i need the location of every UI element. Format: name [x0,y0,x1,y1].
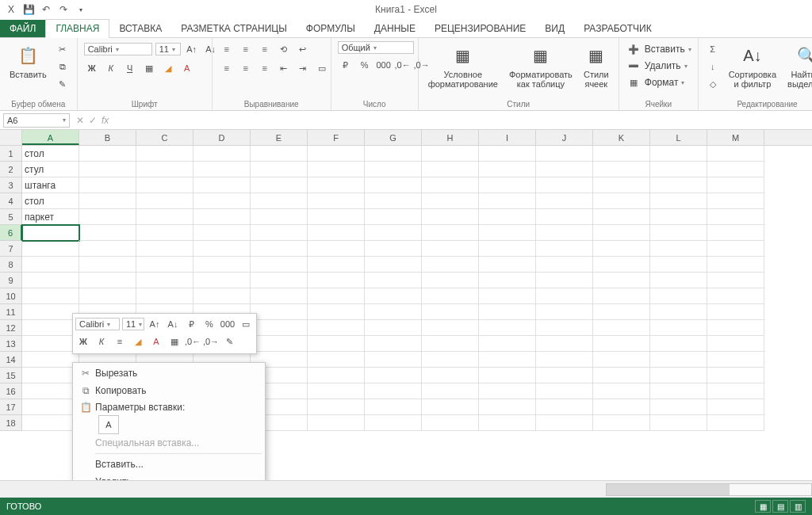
cell-L15[interactable] [650,368,707,383]
page-break-view-icon[interactable]: ▥ [790,500,806,513]
cell-A3[interactable]: штанга [22,177,79,193]
context-menu-item[interactable]: 📋Параметры вставки:A [73,399,265,434]
cell-I4[interactable] [479,193,536,209]
cell-A7[interactable] [22,241,79,257]
cell-A18[interactable] [22,415,79,431]
column-header-J[interactable]: J [536,130,593,145]
cell-B8[interactable] [79,257,136,273]
cell-E3[interactable] [251,177,308,193]
mini-fill-color-icon[interactable]: ◢ [130,334,146,349]
underline-button[interactable]: Ч [122,60,138,76]
cell-D4[interactable] [193,193,251,209]
cell-F2[interactable] [308,162,365,177]
cell-I3[interactable] [479,177,536,193]
cell-L2[interactable] [650,162,707,177]
font-name-combo[interactable]: Calibri▾ [84,43,152,55]
cell-J8[interactable] [536,257,593,273]
cell-I6[interactable] [479,225,536,241]
cell-D1[interactable] [193,146,251,162]
cell-G8[interactable] [365,257,422,273]
mini-merge-icon[interactable]: ▭ [238,316,254,332]
cell-L11[interactable] [650,304,707,320]
cell-D10[interactable] [193,288,251,304]
tab-view[interactable]: ВИД [535,20,574,37]
row-header-1[interactable]: 1 [0,146,22,162]
currency-icon[interactable]: ₽ [338,57,354,73]
column-header-B[interactable]: B [79,130,136,145]
cell-F14[interactable] [308,352,365,368]
cell-E13[interactable] [251,336,308,352]
cell-H8[interactable] [422,257,479,273]
italic-button[interactable]: К [103,60,119,76]
cell-I8[interactable] [479,257,536,273]
align-right-icon[interactable]: ≡ [257,60,273,76]
row-header-9[interactable]: 9 [0,273,22,288]
customize-qat-icon[interactable]: ▾ [75,3,87,16]
cell-K10[interactable] [593,288,650,304]
cell-L14[interactable] [650,352,707,368]
cell-M8[interactable] [707,257,764,273]
cell-E2[interactable] [251,162,308,177]
cell-K1[interactable] [593,146,650,162]
cell-D5[interactable] [193,209,251,225]
cell-H7[interactable] [422,241,479,257]
row-header-14[interactable]: 14 [0,352,22,368]
cell-M1[interactable] [707,146,764,162]
cell-E10[interactable] [251,288,308,304]
cell-C8[interactable] [136,257,193,273]
cell-F11[interactable] [308,304,365,320]
cell-F8[interactable] [308,257,365,273]
cell-M2[interactable] [707,162,764,177]
cell-I7[interactable] [479,241,536,257]
cell-D7[interactable] [193,241,251,257]
undo-icon[interactable]: ↶ [40,3,52,16]
clear-icon[interactable]: ◇ [705,76,721,92]
comma-icon[interactable]: 000 [376,57,392,73]
align-top-icon[interactable]: ≡ [219,41,235,57]
cell-L10[interactable] [650,288,707,304]
cell-K17[interactable] [593,399,650,415]
cell-E11[interactable] [251,304,308,320]
cell-H9[interactable] [422,273,479,288]
cell-L17[interactable] [650,399,707,415]
tab-formulas[interactable]: ФОРМУЛЫ [297,20,365,37]
cell-F4[interactable] [308,193,365,209]
cell-K5[interactable] [593,209,650,225]
format-cells-button[interactable]: ▦Формат▾ [626,74,685,90]
merge-icon[interactable]: ▭ [314,60,330,76]
cell-G11[interactable] [365,304,422,320]
cell-E12[interactable] [251,320,308,336]
cell-E4[interactable] [251,193,308,209]
cell-D3[interactable] [193,177,251,193]
tab-review[interactable]: РЕЦЕНЗИРОВАНИЕ [425,20,535,37]
cell-G12[interactable] [365,320,422,336]
column-header-C[interactable]: C [136,130,193,145]
copy-icon[interactable]: ⧉ [55,59,71,74]
cell-A9[interactable] [22,273,79,288]
cell-K6[interactable] [593,225,650,241]
cell-K15[interactable] [593,368,650,383]
context-menu-item[interactable]: ⧉Копировать [73,382,265,399]
row-header-5[interactable]: 5 [0,209,22,225]
column-header-I[interactable]: I [479,130,536,145]
cell-L8[interactable] [650,257,707,273]
cell-G13[interactable] [365,336,422,352]
cell-J11[interactable] [536,304,593,320]
mini-font-color-icon[interactable]: A [148,334,164,349]
cell-E7[interactable] [251,241,308,257]
tab-home[interactable]: ГЛАВНАЯ [45,19,109,38]
mini-shrink-font-icon[interactable]: A↓ [165,316,181,332]
cell-M5[interactable] [707,209,764,225]
column-header-M[interactable]: M [707,130,764,145]
cell-L7[interactable] [650,241,707,257]
cell-K9[interactable] [593,273,650,288]
cell-M6[interactable] [707,225,764,241]
cell-F15[interactable] [308,368,365,383]
bold-button[interactable]: Ж [84,60,100,76]
cell-K11[interactable] [593,304,650,320]
cell-H13[interactable] [422,336,479,352]
cell-K13[interactable] [593,336,650,352]
orientation-icon[interactable]: ⟲ [276,41,292,57]
align-bottom-icon[interactable]: ≡ [257,41,273,57]
increase-decimal-icon[interactable]: ,0← [395,57,411,73]
